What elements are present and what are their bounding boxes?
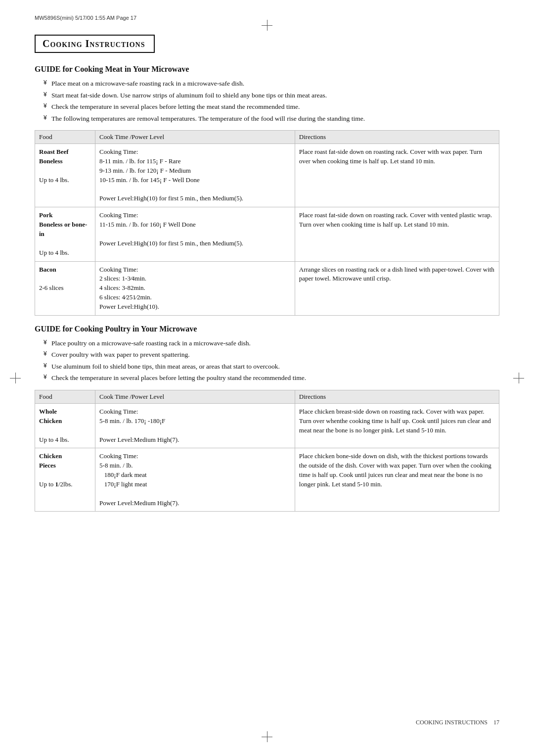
section-poultry-bullets: Place poultry on a microwave-safe roasti… (35, 338, 499, 383)
cook-label-roast: Cooking Time: (99, 148, 138, 155)
crop-mark-right (513, 373, 524, 383)
crop-mark-top (262, 20, 272, 31)
cook-chicken-pieces: Cooking Time: 5-8 min. / lb. 180¡F dark … (95, 448, 295, 512)
cook-label-bacon: Cooking Time: (99, 266, 138, 273)
bullet-2: Start meat fat-side down. Use narrow str… (44, 91, 499, 100)
meat-row-3: Bacon 2-6 slices Cooking Time: 2 slices:… (35, 261, 499, 315)
dir-chicken-pieces: Place chicken bone-side down on dish, wi… (295, 448, 499, 512)
poultry-bullet-3: Use aluminum foil to shield bone tips, t… (44, 362, 499, 372)
bullet-3: Check the temperature in several places … (44, 102, 499, 112)
food-pork: PorkBoneless or bone-in Up to 4 lbs. (35, 207, 95, 261)
page: MW5896S(mini) 5/17/00 1:55 AM Page 17 Co… (0, 0, 534, 756)
food-weight-pork: Up to 4 lbs. (39, 249, 69, 256)
food-name-bacon: Bacon (39, 266, 56, 273)
th-food-2: Food (35, 390, 95, 404)
section-poultry-title: GUIDE for Cooking Poultry in Your Microw… (35, 325, 499, 333)
meat-table: Food Cook Time /Power Level Directions R… (35, 130, 499, 316)
cook-bacon: Cooking Time: 2 slices: 1-3⁄4min. 4 slic… (95, 261, 295, 315)
th-dir-2: Directions (295, 390, 499, 404)
food-bacon: Bacon 2-6 slices (35, 261, 95, 315)
food-name-whole-chicken: WholeChicken (39, 408, 62, 425)
food-weight-pieces: Up to 1/2lbs. (39, 480, 73, 488)
food-name-pork: PorkBoneless or bone-in (39, 211, 87, 237)
poultry-table: Food Cook Time /Power Level Directions W… (35, 390, 499, 512)
page-footer: COOKING INSTRUCTIONS 17 (416, 719, 499, 726)
cook-label-pieces: Cooking Time: (99, 452, 138, 460)
food-whole-chicken: WholeChicken Up to 4 lbs. (35, 404, 95, 448)
food-roast-beef: Roast BeefBoneless Up to 4 lbs. (35, 144, 95, 207)
food-name-chicken-pieces: ChickenPieces (39, 452, 62, 469)
crop-mark-bottom (262, 731, 272, 742)
poultry-bullet-2: Cover poultry with wax paper to prevent … (44, 350, 499, 360)
chapter-title: Cooking Instructions (43, 38, 145, 49)
poultry-bullet-1: Place poultry on a microwave-safe roasti… (44, 338, 499, 348)
section-meat-bullets: Place meat on a microwave-safe roasting … (35, 79, 499, 123)
dir-bacon: Arrange slices on roasting rack or a dis… (295, 261, 499, 315)
cook-pork: Cooking Time: 11-15 min. / lb. for 160¡ … (95, 207, 295, 261)
footer-text: COOKING INSTRUCTIONS 17 (416, 719, 499, 726)
poultry-bullet-4: Check the temperature in several places … (44, 373, 499, 383)
poultry-row-1: WholeChicken Up to 4 lbs. Cooking Time: … (35, 404, 499, 448)
section-meat: GUIDE for Cooking Meat in Your Microwave… (35, 65, 499, 316)
th-cook-2: Cook Time /Power Level (95, 390, 295, 404)
meat-row-1: Roast BeefBoneless Up to 4 lbs. Cooking … (35, 144, 499, 207)
section-meat-title: GUIDE for Cooking Meat in Your Microwave (35, 65, 499, 74)
crop-mark-left (10, 373, 21, 383)
dir-whole-chicken: Place chicken breast-side down on roasti… (295, 404, 499, 448)
dir-pork: Place roast fat-side down on roasting ra… (295, 207, 499, 261)
th-food-1: Food (35, 131, 95, 144)
cook-label-pork: Cooking Time: (99, 211, 138, 219)
th-cook-1: Cook Time /Power Level (95, 131, 295, 144)
bullet-4: The following temperatures are removal t… (44, 114, 499, 124)
food-weight-chicken: Up to 4 lbs. (39, 436, 69, 443)
poultry-row-2: ChickenPieces Up to 1/2lbs. Cooking Time… (35, 448, 499, 512)
food-slices-bacon: 2-6 slices (39, 284, 63, 291)
food-weight-roast: Up to 4 lbs. (39, 176, 69, 184)
cook-label-wchicken: Cooking Time: (99, 408, 138, 415)
section-poultry: GUIDE for Cooking Poultry in Your Microw… (35, 325, 499, 512)
cook-roast-beef: Cooking Time: 8-11 min. / lb. for 115¡ F… (95, 144, 295, 207)
food-name-roast: Roast BeefBoneless (39, 148, 69, 165)
dir-roast-beef: Place roast fat-side down on roasting ra… (295, 144, 499, 207)
food-chicken-pieces: ChickenPieces Up to 1/2lbs. (35, 448, 95, 512)
cook-whole-chicken: Cooking Time: 5-8 min. / lb. 170¡ -180¡F… (95, 404, 295, 448)
th-dir-1: Directions (295, 131, 499, 144)
header-text: MW5896S(mini) 5/17/00 1:55 AM Page 17 (35, 15, 136, 21)
meat-row-2: PorkBoneless or bone-in Up to 4 lbs. Coo… (35, 207, 499, 261)
bullet-1: Place meat on a microwave-safe roasting … (44, 79, 499, 89)
chapter-heading: Cooking Instructions (35, 35, 155, 53)
